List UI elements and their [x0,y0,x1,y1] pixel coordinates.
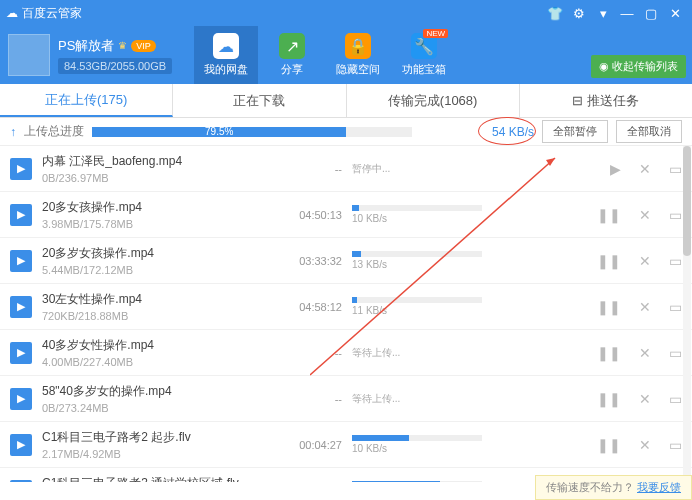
tab-2[interactable]: 传输完成(1068) [347,84,520,117]
pause-play-icon[interactable]: ❚❚ [597,391,621,407]
file-progress-bar [352,435,482,441]
file-name: C1科目三电子路考2 起步.flv [42,429,272,446]
titlebar: ☁ 百度云管家 👕 ⚙ ▾ — ▢ ✕ [0,0,692,26]
file-speed: 等待上传... [352,346,482,360]
progress-bar: 79.5% [92,127,412,137]
folder-icon[interactable]: ▭ [669,253,682,269]
pause-play-icon[interactable]: ❚❚ [597,299,621,315]
folder-icon[interactable]: ▭ [669,299,682,315]
cancel-icon[interactable]: ✕ [639,345,651,361]
footer-text: 传输速度不给力？ [546,481,634,493]
nav-label: 我的网盘 [204,62,248,77]
file-speed: 等待上传... [352,392,482,406]
user-block: PS解放者 ♛ VIP 84.53GB/2055.00GB [8,34,172,76]
app-title: 百度云管家 [22,5,82,22]
skin-icon[interactable]: 👕 [544,4,566,22]
header: PS解放者 ♛ VIP 84.53GB/2055.00GB ☁我的网盘↗分享🔒隐… [0,26,692,84]
file-row[interactable]: ▶ 30左女性操作.mp4 720KB/218.88MB 04:58:12 11… [0,284,692,330]
file-time: 04:50:13 [282,209,342,221]
file-row[interactable]: ▶ 20多岁女孩操作.mp4 5.44MB/172.12MB 03:33:32 … [0,238,692,284]
file-time: -- [282,163,342,175]
folder-icon[interactable]: ▭ [669,345,682,361]
pause-play-icon[interactable]: ❚❚ [597,253,621,269]
folder-icon[interactable]: ▭ [669,207,682,223]
nav-3[interactable]: 🔧功能宝箱NEW [392,26,456,84]
file-name: C1科目三电子路考3 通过学校区域.flv [42,475,272,482]
push-icon: ⊟ [572,93,583,108]
file-row[interactable]: ▶ 20多女孩操作.mp4 3.98MB/175.78MB 04:50:13 1… [0,192,692,238]
pause-all-button[interactable]: 全部暂停 [542,120,608,143]
cancel-icon[interactable]: ✕ [639,299,651,315]
tab-3[interactable]: ⊟推送任务 [520,84,692,117]
tab-0[interactable]: 正在上传(175) [0,84,173,117]
upload-arrow-icon: ↑ [10,125,16,139]
maximize-icon[interactable]: ▢ [640,4,662,22]
pause-play-icon[interactable]: ❚❚ [597,345,621,361]
file-name: 30左女性操作.mp4 [42,291,272,308]
nav-2[interactable]: 🔒隐藏空间 [326,26,390,84]
nav-label: 功能宝箱 [402,62,446,77]
pause-play-icon[interactable]: ❚❚ [597,207,621,223]
file-name: 20多女孩操作.mp4 [42,199,272,216]
avatar[interactable] [8,34,50,76]
pause-play-icon[interactable]: ▶ [610,161,621,177]
file-size: 720KB/218.88MB [42,310,272,322]
cancel-icon[interactable]: ✕ [639,391,651,407]
settings-icon[interactable]: ⚙ [568,4,590,22]
file-row[interactable]: ▶ 内幕 江泽民_baofeng.mp4 0B/236.97MB -- 暂停中.… [0,146,692,192]
file-name: 内幕 江泽民_baofeng.mp4 [42,153,272,170]
file-name: 20多岁女孩操作.mp4 [42,245,272,262]
folder-icon[interactable]: ▭ [669,437,682,453]
username-row: PS解放者 ♛ VIP [58,37,172,55]
username[interactable]: PS解放者 [58,37,114,55]
cancel-icon[interactable]: ✕ [639,437,651,453]
window-controls: 👕 ⚙ ▾ — ▢ ✕ [544,4,686,22]
total-speed: 54 KB/s [492,125,534,139]
cancel-icon[interactable]: ✕ [639,161,651,177]
folder-icon[interactable]: ▭ [669,391,682,407]
file-size: 0B/236.97MB [42,172,272,184]
quota-badge: 84.53GB/2055.00GB [58,58,172,74]
file-list: ▶ 内幕 江泽民_baofeng.mp4 0B/236.97MB -- 暂停中.… [0,146,692,482]
file-row[interactable]: ▶ 40多岁女性操作.mp4 4.00MB/227.40MB -- 等待上传..… [0,330,692,376]
cancel-icon[interactable]: ✕ [639,253,651,269]
scroll-thumb[interactable] [683,146,691,256]
minimize-icon[interactable]: — [616,4,638,22]
cancel-all-button[interactable]: 全部取消 [616,120,682,143]
nav-1[interactable]: ↗分享 [260,26,324,84]
file-speed: 13 KB/s [352,259,482,270]
file-icon: ▶ [10,480,32,483]
new-badge: NEW [423,29,448,38]
pause-play-icon[interactable]: ❚❚ [597,437,621,453]
tab-1[interactable]: 正在下载 [173,84,346,117]
scrollbar[interactable] [683,146,691,482]
file-speed: 暂停中... [352,162,482,176]
file-time: -- [282,347,342,359]
file-size: 3.98MB/175.78MB [42,218,272,230]
footer-tip: 传输速度不给力？ 我要反馈 [535,475,692,500]
file-name: 58"40多岁女的操作.mp4 [42,383,272,400]
file-progress-bar [352,251,482,257]
file-progress-bar [352,481,482,482]
file-row[interactable]: ▶ 58"40多岁女的操作.mp4 0B/273.24MB -- 等待上传...… [0,376,692,422]
file-progress-bar [352,205,482,211]
nav-0[interactable]: ☁我的网盘 [194,26,258,84]
app-logo: ☁ 百度云管家 [6,5,82,22]
collapse-label: 收起传输列表 [612,59,678,74]
file-speed: 11 KB/s [352,305,482,316]
file-size: 4.00MB/227.40MB [42,356,272,368]
file-time: 00:04:27 [282,439,342,451]
file-icon: ▶ [10,388,32,410]
nav-label: 隐藏空间 [336,62,380,77]
file-icon: ▶ [10,296,32,318]
nav-label: 分享 [281,62,303,77]
collapse-button[interactable]: ◉ 收起传输列表 [591,55,686,78]
file-row[interactable]: ▶ C1科目三电子路考2 起步.flv 2.17MB/4.92MB 00:04:… [0,422,692,468]
menu-icon[interactable]: ▾ [592,4,614,22]
cancel-icon[interactable]: ✕ [639,207,651,223]
feedback-link[interactable]: 我要反馈 [637,481,681,493]
close-icon[interactable]: ✕ [664,4,686,22]
folder-icon[interactable]: ▭ [669,161,682,177]
file-size: 5.44MB/172.12MB [42,264,272,276]
file-icon: ▶ [10,434,32,456]
